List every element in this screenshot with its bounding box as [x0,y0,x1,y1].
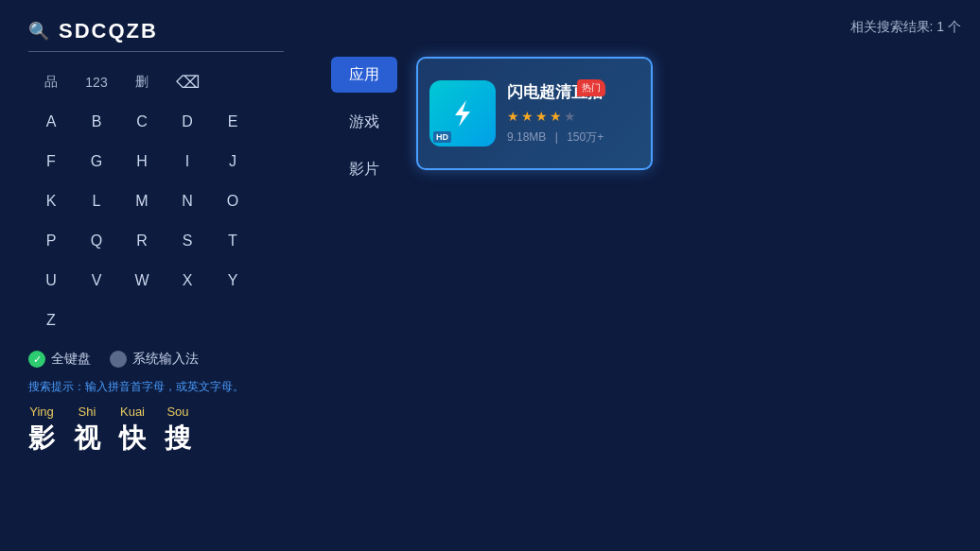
key-C[interactable]: C [119,105,165,139]
app-icon: HD [429,80,496,146]
app-icon-svg [446,96,480,130]
key-row-1: A B C D E [28,105,284,139]
key-123[interactable]: 123 [74,65,119,99]
key-M[interactable]: M [119,184,165,218]
key-X[interactable]: X [165,264,210,298]
label-full-keyboard: 全键盘 [51,351,91,368]
key-grid[interactable]: 品 [28,65,74,99]
key-row-3: K L M N O [28,184,284,218]
key-row-2: F G H I J [28,145,284,179]
key-A[interactable]: A [28,105,74,139]
star-2: ★ [521,109,534,124]
app-meta-separator: | [555,130,558,144]
star-5: ★ [564,109,576,124]
key-S[interactable]: S [165,224,210,258]
radio-system-input-icon [110,351,127,368]
tab-apps[interactable]: 应用 [331,57,397,93]
label-system-input: 系统输入法 [132,351,199,368]
pinyin-item-0: Ying 影 [28,405,55,456]
input-method-row: 全键盘 系统输入法 [28,351,284,368]
radio-full-keyboard-icon [28,351,45,368]
results-count: 相关搜索结果: 1 个 [850,19,961,36]
pinyin-latin-3: Sou [166,405,188,419]
key-backspace[interactable]: ⌫ [165,65,210,99]
key-J[interactable]: J [210,145,255,179]
key-P[interactable]: P [28,224,74,258]
category-tabs: 应用 游戏 影片 [331,57,397,187]
pinyin-item-1: Shi 视 [74,405,100,456]
pinyin-latin-1: Shi [79,405,96,419]
search-icon: 🔍 [28,21,49,42]
key-row-4: P Q R S T [28,224,284,258]
key-L[interactable]: L [74,184,119,218]
key-D[interactable]: D [165,105,210,139]
hot-badge: 热门 [577,79,605,96]
app-size: 9.18MB [507,130,546,144]
key-R[interactable]: R [119,224,165,258]
pinyin-latin-2: Kuai [120,405,145,419]
pinyin-row: Ying 影 Shi 视 Kuai 快 Sou 搜 [28,405,284,456]
search-hint-text: 输入拼音首字母，或英文字母。 [85,380,244,393]
key-N[interactable]: N [165,184,210,218]
key-delete-all[interactable]: 删 [119,65,165,99]
star-3: ★ [535,109,548,124]
pinyin-chinese-3: 搜 [165,421,191,456]
key-Z[interactable]: Z [28,303,74,337]
key-H[interactable]: H [119,145,165,179]
hd-badge: HD [433,131,451,143]
key-row-5: U V W X Y [28,264,284,298]
app-meta: 9.18MB | 150万+ [507,129,639,146]
keyboard-section: 品 123 删 ⌫ A B C D E F G H I J K L M N O … [28,65,284,337]
star-4: ★ [550,109,562,124]
key-U[interactable]: U [28,264,74,298]
pinyin-item-2: Kuai 快 [119,405,146,456]
app-card[interactable]: HD 闪电超清直播 热门 ★ ★ ★ ★ ★ 9.18MB | 150万+ [416,57,653,170]
key-T[interactable]: T [210,224,255,258]
app-info: 闪电超清直播 热门 ★ ★ ★ ★ ★ 9.18MB | 150万+ [507,81,639,146]
input-method-full[interactable]: 全键盘 [28,351,91,368]
right-panel: 相关搜索结果: 1 个 应用 游戏 影片 HD 闪电超清直播 热门 ★ ★ ★ … [312,0,980,551]
star-1: ★ [507,109,519,124]
tab-movies[interactable]: 影片 [331,151,397,187]
special-key-row: 品 123 删 ⌫ [28,65,284,99]
input-method-system[interactable]: 系统输入法 [110,351,199,368]
search-hint: 搜索提示：输入拼音首字母，或英文字母。 [28,379,284,395]
star-rating: ★ ★ ★ ★ ★ [507,109,639,124]
tab-games[interactable]: 游戏 [331,104,397,140]
key-I[interactable]: I [165,145,210,179]
key-K[interactable]: K [28,184,74,218]
pinyin-chinese-0: 影 [28,421,55,456]
pinyin-latin-0: Ying [29,405,54,419]
search-query: SDCQZB [59,19,158,43]
pinyin-item-3: Sou 搜 [165,405,191,456]
key-F[interactable]: F [28,145,74,179]
search-divider [28,51,284,52]
key-E[interactable]: E [210,105,255,139]
key-B[interactable]: B [74,105,119,139]
search-bar: 🔍 SDCQZB [28,19,284,43]
key-V[interactable]: V [74,264,119,298]
key-O[interactable]: O [210,184,255,218]
svg-marker-0 [455,100,470,127]
key-Q[interactable]: Q [74,224,119,258]
left-panel: 🔍 SDCQZB 品 123 删 ⌫ A B C D E F G H I J K [0,0,312,551]
pinyin-chinese-2: 快 [119,421,146,456]
search-hint-prefix: 搜索提示： [28,380,85,393]
pinyin-chinese-1: 视 [74,421,100,456]
key-Y[interactable]: Y [210,264,255,298]
key-row-6: Z [28,303,284,337]
app-downloads: 150万+ [567,130,604,144]
key-G[interactable]: G [74,145,119,179]
key-W[interactable]: W [119,264,165,298]
